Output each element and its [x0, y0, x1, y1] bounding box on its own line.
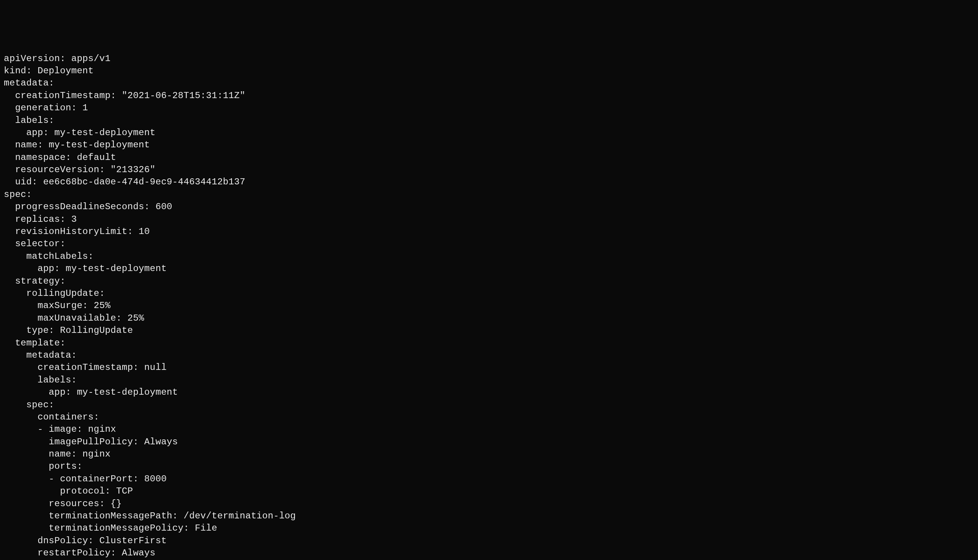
yaml-line: progressDeadlineSeconds: 600 [4, 202, 172, 212]
yaml-line: terminationMessagePolicy: File [4, 523, 217, 533]
yaml-line: resources: {} [4, 498, 122, 509]
yaml-line: ports: [4, 461, 82, 472]
yaml-line: imagePullPolicy: Always [4, 437, 178, 447]
yaml-line: protocol: TCP [4, 486, 133, 496]
yaml-output: apiVersion: apps/v1 kind: Deployment met… [4, 53, 974, 560]
yaml-line: matchLabels: [4, 251, 94, 262]
yaml-line: labels: [4, 115, 54, 126]
yaml-line: uid: ee6c68bc-da0e-474d-9ec9-44634412b13… [4, 177, 245, 187]
yaml-line: restartPolicy: Always [4, 548, 155, 558]
yaml-line: strategy: [4, 276, 66, 286]
yaml-line: replicas: 3 [4, 214, 77, 225]
yaml-line: spec: [4, 189, 32, 200]
yaml-line: resourceVersion: "213326" [4, 165, 155, 175]
yaml-line: metadata: [4, 350, 77, 360]
yaml-line: kind: Deployment [4, 66, 94, 76]
yaml-line: - image: nginx [4, 424, 116, 434]
yaml-line: maxUnavailable: 25% [4, 313, 144, 323]
yaml-line: namespace: default [4, 152, 116, 163]
yaml-line: app: my-test-deployment [4, 263, 167, 274]
yaml-line: maxSurge: 25% [4, 300, 110, 311]
yaml-line: app: my-test-deployment [4, 127, 155, 138]
yaml-line: containers: [4, 412, 99, 422]
yaml-line: generation: 1 [4, 103, 88, 113]
yaml-line: creationTimestamp: "2021-06-28T15:31:11Z… [4, 90, 245, 101]
yaml-line: creationTimestamp: null [4, 362, 167, 373]
yaml-line: selector: [4, 238, 66, 249]
yaml-line: dnsPolicy: ClusterFirst [4, 535, 167, 546]
yaml-line: app: my-test-deployment [4, 387, 178, 397]
yaml-line: name: my-test-deployment [4, 140, 150, 150]
yaml-line: labels: [4, 375, 77, 385]
yaml-line: - containerPort: 8000 [4, 474, 167, 484]
yaml-line: type: RollingUpdate [4, 325, 133, 335]
yaml-line: spec: [4, 400, 54, 410]
yaml-line: name: nginx [4, 449, 110, 459]
yaml-line: rollingUpdate: [4, 288, 105, 298]
yaml-line: apiVersion: apps/v1 [4, 53, 110, 64]
yaml-line: terminationMessagePath: /dev/termination… [4, 511, 296, 521]
yaml-line: revisionHistoryLimit: 10 [4, 227, 150, 237]
yaml-line: metadata: [4, 78, 54, 88]
yaml-line: template: [4, 338, 66, 348]
